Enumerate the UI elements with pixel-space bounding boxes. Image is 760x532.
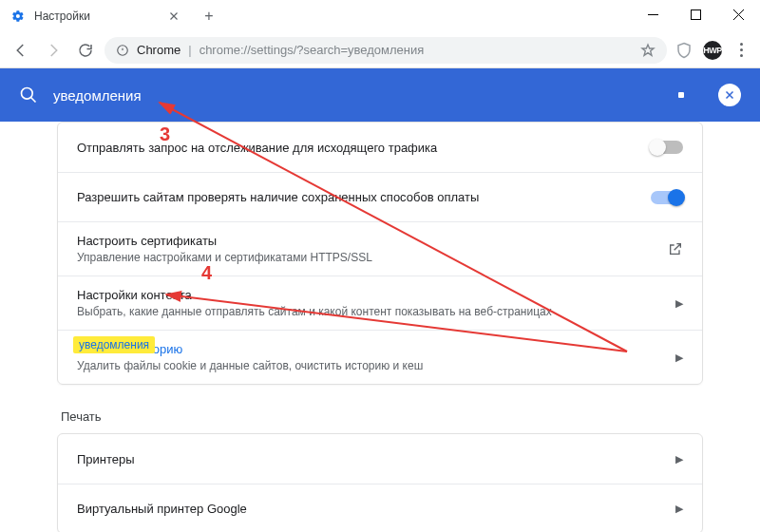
row-title: Виртуальный принтер Google bbox=[77, 502, 675, 516]
search-highlight: уведомления bbox=[73, 336, 155, 353]
site-info-icon bbox=[116, 44, 129, 57]
back-button[interactable] bbox=[8, 37, 34, 64]
row-content-settings[interactable]: Настройки контента Выбрать, какие данные… bbox=[58, 276, 702, 330]
url-scheme: Chrome bbox=[137, 43, 180, 57]
url-path: chrome://settings/?search=уведомления bbox=[200, 43, 425, 57]
window-titlebar: Настройки + bbox=[0, 0, 760, 32]
row-title: Настройки контента bbox=[77, 288, 675, 302]
toggle-do-not-track[interactable] bbox=[651, 141, 683, 154]
row-title: Настроить сертификаты bbox=[77, 234, 668, 248]
maximize-button[interactable] bbox=[674, 0, 717, 28]
row-title: Очистить историю bbox=[77, 342, 675, 356]
extension-shield-icon[interactable] bbox=[673, 39, 695, 62]
search-query[interactable]: уведомления bbox=[53, 87, 663, 104]
gear-icon bbox=[11, 10, 25, 23]
search-icon bbox=[19, 86, 38, 104]
chevron-right-icon: ▶ bbox=[675, 503, 683, 515]
settings-content: Отправлять запрос на отслеживание для ис… bbox=[0, 122, 760, 532]
new-tab-button[interactable]: + bbox=[196, 3, 222, 29]
url-separator: | bbox=[188, 43, 191, 57]
browser-toolbar: Chrome | chrome://settings/?search=уведо… bbox=[0, 32, 760, 68]
hwp-badge-text: HWP bbox=[703, 41, 722, 60]
tab-title: Настройки bbox=[34, 10, 158, 23]
row-clear-history[interactable]: уведомления Очистить историю Удалить фай… bbox=[58, 330, 702, 384]
bookmark-star-icon[interactable] bbox=[640, 43, 656, 58]
svg-rect-0 bbox=[692, 10, 701, 19]
minimize-button[interactable] bbox=[632, 0, 674, 28]
row-title: Принтеры bbox=[77, 452, 675, 466]
chevron-right-icon: ▶ bbox=[675, 297, 683, 310]
settings-search-bar: уведомления bbox=[0, 68, 760, 122]
row-subtitle: Выбрать, какие данные отправлять сайтам … bbox=[77, 305, 675, 318]
chevron-right-icon: ▶ bbox=[675, 453, 683, 466]
row-do-not-track[interactable]: Отправлять запрос на отслеживание для ис… bbox=[58, 123, 702, 172]
row-subtitle: Удалить файлы cookie и данные сайтов, оч… bbox=[77, 359, 675, 372]
privacy-card: Отправлять запрос на отслеживание для ис… bbox=[57, 122, 703, 385]
browser-tab[interactable]: Настройки bbox=[0, 0, 190, 32]
annotation-number-4: 4 bbox=[201, 262, 212, 284]
row-title: Разрешить сайтам проверять наличие сохра… bbox=[77, 190, 651, 204]
annotation-number-3: 3 bbox=[160, 124, 170, 145]
clear-search-button[interactable] bbox=[718, 84, 741, 106]
chevron-right-icon: ▶ bbox=[675, 352, 683, 364]
address-bar[interactable]: Chrome | chrome://settings/?search=уведо… bbox=[104, 37, 667, 64]
close-window-button[interactable] bbox=[717, 0, 760, 28]
window-controls bbox=[632, 0, 760, 28]
menu-button[interactable] bbox=[730, 39, 752, 62]
toggle-payment-methods[interactable] bbox=[651, 191, 683, 204]
close-icon[interactable] bbox=[167, 10, 180, 23]
external-link-icon[interactable] bbox=[668, 241, 683, 256]
profile-badge[interactable]: HWP bbox=[701, 39, 724, 62]
row-payment-methods[interactable]: Разрешить сайтам проверять наличие сохра… bbox=[58, 172, 702, 221]
row-certificates[interactable]: Настроить сертификаты Управление настрой… bbox=[58, 221, 702, 276]
print-card: Принтеры ▶ Виртуальный принтер Google ▶ bbox=[57, 433, 703, 532]
caret-indicator bbox=[678, 92, 684, 98]
row-printers[interactable]: Принтеры ▶ bbox=[58, 434, 702, 484]
forward-button[interactable] bbox=[40, 37, 66, 64]
row-subtitle: Управление настройками и сертификатами H… bbox=[77, 251, 668, 264]
row-cloud-print[interactable]: Виртуальный принтер Google ▶ bbox=[58, 484, 702, 532]
svg-point-2 bbox=[22, 88, 33, 100]
reload-button[interactable] bbox=[72, 37, 99, 64]
section-header-print: Печать bbox=[61, 409, 703, 424]
